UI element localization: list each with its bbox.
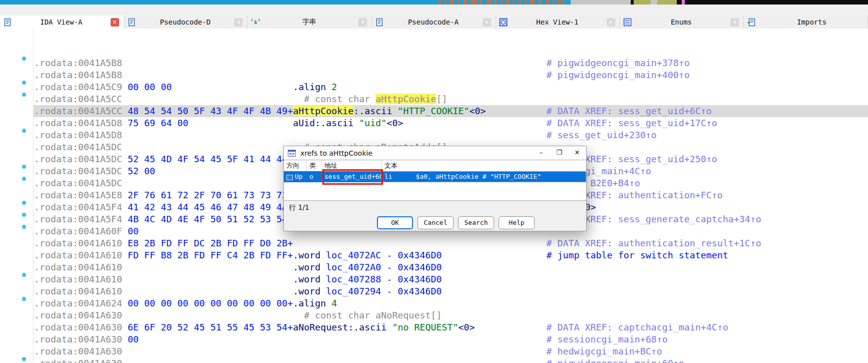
column-direction[interactable]: 方向 bbox=[284, 160, 307, 171]
byte-values: 2F 76 61 72 2F 70 61 73 73 73+ bbox=[128, 189, 293, 201]
address-label: .rodata:0041A630 bbox=[34, 309, 128, 321]
instruction-text: .align 2 bbox=[293, 81, 546, 93]
listing-line[interactable]: .rodata:0041A610.word loc_407294 - 0x434… bbox=[33, 285, 868, 297]
address-label: .rodata:0041A5DC bbox=[34, 165, 128, 177]
tab-label: 字串 bbox=[260, 18, 358, 27]
tab-hex-view-1[interactable]: Hex View-1✕ bbox=[496, 16, 620, 29]
listing-line[interactable]: .rodata:0041A610FD FF B8 2B FD FF C4 2B … bbox=[33, 249, 868, 261]
xref-row-selected[interactable]: Up o sess_get_uid+6C li $a0, aHttpCookie… bbox=[284, 171, 586, 182]
listing-line[interactable]: .rodata:0041A5D875 69 64 00aUid:.ascii "… bbox=[33, 117, 868, 129]
listing-line[interactable]: .rodata:0041A610.word loc_4072A0 - 0x434… bbox=[33, 261, 868, 273]
instruction-text: # const char aNoRequest[] bbox=[293, 309, 546, 321]
row-count-status: 行 1/1 bbox=[289, 203, 309, 212]
xrefs-dialog-titlebar[interactable]: xrefs to aHttpCookie – ❐ ✕ bbox=[284, 146, 586, 160]
address-label: .rodata:0041A5E8 bbox=[34, 189, 128, 201]
column-type[interactable]: 类 bbox=[307, 160, 322, 171]
dialog-title: xrefs to aHttpCookie bbox=[300, 149, 372, 157]
tab-label: Pseudocode-D bbox=[136, 18, 235, 26]
navband-segment bbox=[539, 0, 542, 5]
listing-line[interactable]: .rodata:0041A6306E 6F 20 52 45 51 55 45 … bbox=[33, 321, 868, 333]
navband-segment bbox=[464, 0, 468, 5]
navband-segment bbox=[558, 0, 561, 5]
xref-direction-cell: Up bbox=[284, 171, 307, 182]
tab-close-icon[interactable]: ✕ bbox=[730, 18, 739, 27]
navband-segment bbox=[506, 0, 510, 5]
listing-line[interactable]: .rodata:0041A5B8# pigwidgeoncgi_main+378… bbox=[33, 57, 868, 69]
byte-values: FD FF B8 2B FD FF C4 2B FD FF+ bbox=[128, 249, 293, 261]
navband-segment bbox=[546, 0, 550, 5]
listing-line[interactable]: .rodata:0041A5D8# sess_get_uid+230↑o bbox=[33, 129, 868, 141]
address-label: .rodata:0041A630 bbox=[34, 345, 128, 357]
tab-close-icon[interactable]: ✕ bbox=[111, 18, 119, 27]
address-label: .rodata:0041A5D8 bbox=[34, 129, 128, 141]
listing-line[interactable]: .rodata:0041A630# hedwigcgi_main+BC↑o bbox=[33, 345, 868, 357]
tab-close-icon[interactable]: ✕ bbox=[607, 18, 615, 27]
address-label: .rodata:0041A610 bbox=[34, 273, 128, 285]
tab-imports[interactable]: Imports bbox=[744, 16, 868, 29]
tab-close-icon[interactable]: ✕ bbox=[358, 18, 367, 27]
close-icon[interactable]: ✕ bbox=[568, 146, 586, 160]
column-address[interactable]: 地址 bbox=[322, 160, 382, 171]
listing-line[interactable]: .rodata:0041A5CC # const char aHttpCooki… bbox=[33, 93, 868, 105]
listing-line[interactable]: .rodata:0041A630 # const char aNoRequest… bbox=[33, 309, 868, 321]
address-label: .rodata:0041A610 bbox=[34, 261, 128, 273]
listing-line[interactable]: .rodata:0041A610.word loc_407288 - 0x434… bbox=[33, 273, 868, 285]
item-dot bbox=[22, 201, 26, 205]
item-dot bbox=[22, 297, 26, 301]
address-label: .rodata:0041A610 bbox=[34, 285, 128, 297]
item-dot bbox=[22, 225, 26, 229]
xref-text-cell: li $a0, aHttpCookie # "HTTP_COOKIE" bbox=[382, 171, 586, 182]
pseudocode-doc-icon bbox=[375, 18, 384, 27]
address-label: .rodata:0041A5DC bbox=[34, 153, 128, 165]
xrefs-dialog-icon bbox=[287, 149, 296, 158]
xref-direction-icon bbox=[286, 175, 293, 180]
comment-text: # pigwidgeoncgi_main+400↑o bbox=[547, 70, 690, 80]
byte-values: 52 00 bbox=[128, 165, 293, 177]
navband-segment bbox=[677, 0, 868, 5]
comment-text: # DATA XREF: sess_get_uid+6C↑o bbox=[547, 106, 712, 116]
item-dot bbox=[22, 357, 26, 361]
ok-button[interactable]: OK bbox=[377, 216, 413, 229]
address-label: .rodata:0041A630 bbox=[34, 357, 128, 363]
comment-text: # pigwidgeoncgi_main+378↑o bbox=[547, 58, 690, 68]
byte-values: 00 bbox=[128, 333, 293, 345]
listing-line[interactable]: .rodata:0041A5C900 00 00.align 2 bbox=[33, 81, 868, 93]
cancel-button[interactable]: Cancel bbox=[417, 216, 454, 229]
byte-values: 52 45 4D 4F 54 45 5F 41 44 44+ bbox=[128, 153, 293, 165]
tab-pseudocode-d[interactable]: Pseudocode-D✕ bbox=[124, 16, 248, 29]
search-button[interactable]: Search bbox=[458, 216, 494, 229]
column-text[interactable]: 文本 bbox=[382, 160, 586, 171]
navband-segment bbox=[439, 0, 441, 5]
tab-label: Enums bbox=[632, 18, 731, 26]
help-button[interactable]: Help bbox=[499, 216, 535, 229]
address-label: .rodata:0041A624 bbox=[34, 297, 128, 309]
listing-line[interactable]: .rodata:0041A5CC48 54 54 50 5F 43 4F 4F … bbox=[33, 105, 868, 117]
listing-line[interactable]: .rodata:0041A62400 00 00 00 00 00 00 00 … bbox=[33, 297, 868, 309]
listing-line[interactable]: .rodata:0041A63000# sessioncgi_main+68↑o bbox=[33, 333, 868, 345]
byte-values: 6E 6F 20 52 45 51 55 45 53 54+ bbox=[128, 321, 293, 333]
comment-text: # DATA XREF: authentication_result+1C↑o bbox=[547, 238, 761, 248]
item-dot bbox=[22, 57, 26, 61]
tab-字串[interactable]: ‘s’字串✕ bbox=[248, 16, 372, 29]
navband-segment bbox=[519, 0, 522, 5]
xrefs-table-header[interactable]: 方向 类 地址 文本 bbox=[284, 160, 586, 171]
item-dot bbox=[22, 129, 26, 133]
maximize-icon[interactable]: ❐ bbox=[550, 146, 568, 160]
item-dot bbox=[22, 177, 26, 181]
navigator-band[interactable] bbox=[0, 0, 868, 5]
tab-ida-view-a[interactable]: IDA View-A✕ bbox=[0, 16, 124, 29]
navband-segment bbox=[553, 0, 555, 5]
item-dot bbox=[22, 213, 26, 217]
enums-icon bbox=[623, 18, 632, 27]
byte-values: 00 bbox=[128, 225, 293, 237]
address-label: .rodata:0041A5F4 bbox=[34, 213, 128, 225]
listing-line[interactable]: .rodata:0041A630# pigwidgeoncgi_main+60↑… bbox=[33, 357, 868, 363]
tab-enums[interactable]: Enums✕ bbox=[620, 16, 744, 29]
listing-line[interactable]: .rodata:0041A610E8 2B FD FF DC 2B FD FF … bbox=[33, 237, 868, 249]
listing-line[interactable]: .rodata:0041A5B8# pigwidgeoncgi_main+400… bbox=[33, 69, 868, 81]
minimize-icon[interactable]: – bbox=[532, 146, 550, 160]
byte-values: 00 00 00 bbox=[128, 81, 293, 93]
tab-pseudocode-a[interactable]: Pseudocode-A✕ bbox=[372, 16, 496, 29]
tab-close-icon[interactable]: ✕ bbox=[234, 18, 243, 27]
tab-close-icon[interactable]: ✕ bbox=[483, 18, 491, 27]
